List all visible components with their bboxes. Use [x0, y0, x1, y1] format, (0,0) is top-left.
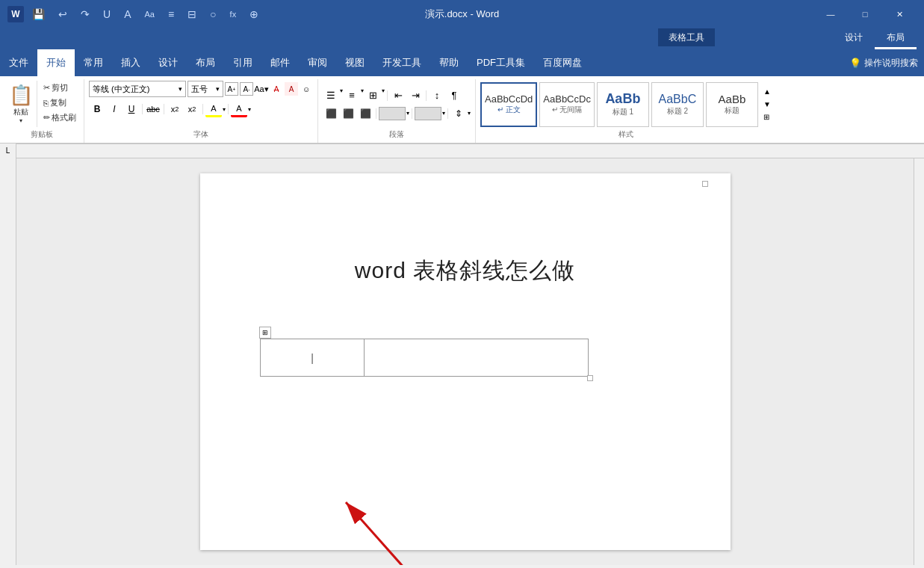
styles-more[interactable]: ⊞: [762, 111, 772, 123]
sort-button[interactable]: ↕: [429, 87, 445, 104]
right-scrollbar[interactable]: [914, 158, 924, 565]
clipboard-right: ✂ 剪切 ⎘ 复制 ✏ 格式刷: [40, 81, 79, 125]
decrease-indent-button[interactable]: ⇤: [390, 87, 406, 104]
menu-baidu[interactable]: 百度网盘: [534, 49, 591, 76]
font-grow-button[interactable]: A+: [225, 82, 238, 96]
style-title[interactable]: AaBb 标题: [706, 82, 758, 127]
style-title-label: 标题: [725, 105, 739, 116]
font-color-a-button[interactable]: A: [285, 82, 298, 96]
copy-icon: ⎘: [43, 99, 49, 108]
cut-label: 剪切: [52, 82, 68, 93]
aa-button[interactable]: Aa▾: [255, 82, 268, 96]
ribbon: 📋 粘贴 ▾ ✂ 剪切 ⎘ 复制 ✏ 格式刷 剪贴板: [0, 76, 924, 143]
menu-mailings[interactable]: 邮件: [261, 49, 299, 76]
align-right-button[interactable]: ⬛: [357, 105, 373, 122]
save-button[interactable]: 💾: [28, 7, 49, 22]
close-button[interactable]: ✕: [882, 0, 917, 28]
style-normal[interactable]: AaBbCcDd ↵ 正文: [480, 82, 537, 127]
line-spacing-button[interactable]: ⇕: [450, 105, 467, 122]
clipboard-group: 📋 粘贴 ▾ ✂ 剪切 ⎘ 复制 ✏ 格式刷 剪贴板: [0, 79, 84, 143]
ruler-corner[interactable]: L: [0, 143, 16, 158]
clear-format-button[interactable]: A: [270, 82, 283, 96]
minimize-button[interactable]: —: [813, 0, 848, 28]
styles-up[interactable]: ▲: [762, 86, 772, 97]
font-shrink-button[interactable]: A-: [240, 82, 253, 96]
show-marks-button[interactable]: ¶: [446, 87, 462, 104]
document-heading[interactable]: word 表格斜线怎么做: [260, 256, 671, 286]
font-face-selector[interactable]: 等线 (中文正文) ▾: [89, 81, 186, 97]
menu-insert[interactable]: 插入: [112, 49, 149, 76]
align-center-button[interactable]: ⬛: [340, 105, 356, 122]
menu-developer[interactable]: 开发工具: [373, 49, 430, 76]
font-size-selector[interactable]: 五号 ▾: [187, 81, 223, 97]
menu-common[interactable]: 常用: [75, 49, 112, 76]
increase-indent-button[interactable]: ⇥: [407, 87, 424, 104]
indent-quick-btn[interactable]: ⊟: [184, 7, 200, 22]
font-color-arrow[interactable]: ▾: [248, 106, 251, 113]
style-heading2[interactable]: AaBbC 标题 2: [651, 82, 704, 127]
border-button[interactable]: [415, 107, 441, 120]
menu-bar: 文件 开始 常用 插入 设计 布局 引用 邮件 审阅 视图 开发工具 帮助 PD…: [0, 49, 924, 76]
font-quick-btn[interactable]: A: [120, 7, 134, 22]
underline-button[interactable]: U: [123, 101, 140, 117]
align-left-button[interactable]: ⬛: [323, 105, 339, 122]
ul-arrow[interactable]: ▾: [340, 87, 343, 104]
ml-arrow[interactable]: ▾: [382, 87, 385, 104]
style-heading1[interactable]: AaBb 标题 1: [597, 82, 649, 127]
border-arrow[interactable]: ▾: [442, 110, 445, 117]
ordered-list-button[interactable]: ≡: [344, 87, 360, 104]
format-painter-button[interactable]: ✏ 格式刷: [40, 111, 79, 125]
tab-design[interactable]: 设计: [833, 28, 875, 49]
bold-button[interactable]: B: [89, 101, 105, 117]
shading-arrow[interactable]: ▾: [406, 110, 409, 117]
table-move-handle[interactable]: ⊞: [259, 327, 271, 339]
tab-layout[interactable]: 布局: [875, 28, 917, 49]
menu-layout[interactable]: 布局: [187, 49, 224, 76]
menu-help[interactable]: 帮助: [430, 49, 468, 76]
menu-references[interactable]: 引用: [224, 49, 261, 76]
styles-down[interactable]: ▼: [762, 99, 772, 110]
highlight-arrow[interactable]: ▾: [223, 106, 226, 113]
style-no-spacing[interactable]: AaBbCcDc ↵ 无间隔: [539, 82, 595, 127]
font-color-button[interactable]: A: [231, 101, 247, 117]
help-search-btn[interactable]: 💡 操作说明搜索: [843, 49, 924, 76]
list-quick-btn[interactable]: ≡: [164, 7, 178, 22]
circle-quick-btn[interactable]: ○: [206, 7, 220, 22]
more-quick-btn[interactable]: ⊕: [246, 7, 262, 22]
subscript-button[interactable]: x2: [167, 101, 183, 117]
italic-button[interactable]: I: [106, 101, 123, 117]
para-divider-1: [387, 90, 388, 101]
menu-pdf[interactable]: PDF工具集: [468, 49, 534, 76]
fx-quick-btn[interactable]: fx: [226, 8, 241, 20]
document-area[interactable]: word 表格斜线怎么做 ⊞ |: [16, 158, 914, 565]
menu-file[interactable]: 文件: [0, 49, 37, 76]
strikethrough-button[interactable]: abc: [145, 101, 161, 117]
table-cell-1-1[interactable]: |: [260, 339, 365, 377]
ruler-area: L: [0, 143, 924, 158]
menu-home[interactable]: 开始: [37, 49, 75, 76]
underline-quick-btn[interactable]: U: [99, 7, 114, 22]
emoji-button[interactable]: ☺: [300, 82, 313, 96]
table-resize-handle[interactable]: [587, 375, 593, 381]
ls-arrow[interactable]: ▾: [468, 110, 471, 117]
shading-button[interactable]: [379, 107, 406, 120]
multilevel-list-button[interactable]: ⊞: [365, 87, 381, 104]
paste-button[interactable]: 📋 粘贴 ▾: [4, 81, 37, 127]
menu-view[interactable]: 视图: [336, 49, 373, 76]
document-table[interactable]: |: [260, 339, 589, 377]
unordered-list-button[interactable]: ☰: [323, 87, 339, 104]
style-boxes: AaBbCcDd ↵ 正文 AaBbCcDc ↵ 无间隔 AaBb 标题 1 A…: [480, 82, 772, 127]
ol-arrow[interactable]: ▾: [361, 87, 364, 104]
ruler-ticks: [16, 143, 924, 158]
cut-button[interactable]: ✂ 剪切: [40, 81, 79, 95]
maximize-button[interactable]: □: [848, 0, 882, 28]
redo-button[interactable]: ↷: [77, 7, 93, 22]
menu-design[interactable]: 设计: [149, 49, 187, 76]
aa-quick-btn[interactable]: Aa: [140, 8, 158, 20]
copy-button[interactable]: ⎘ 复制: [40, 96, 79, 110]
table-cell-1-2[interactable]: [365, 339, 588, 377]
menu-review[interactable]: 审阅: [299, 49, 336, 76]
superscript-button[interactable]: x2: [184, 101, 200, 117]
text-highlight-button[interactable]: A: [205, 101, 222, 117]
undo-button[interactable]: ↩: [55, 7, 71, 22]
